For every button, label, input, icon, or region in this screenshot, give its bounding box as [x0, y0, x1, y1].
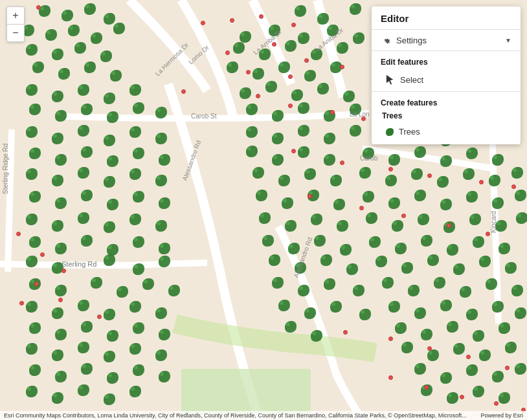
tree	[298, 146, 309, 158]
tree	[317, 13, 329, 25]
tree	[337, 42, 348, 54]
tree	[81, 321, 93, 333]
tree	[129, 126, 141, 138]
feature-dot	[359, 206, 364, 210]
feature-dot	[424, 385, 429, 390]
feature-dot	[97, 315, 102, 319]
tree	[81, 235, 93, 247]
feature-dot	[201, 21, 205, 25]
tree	[104, 309, 115, 320]
tree	[282, 197, 293, 209]
tree	[453, 343, 465, 355]
tree	[346, 263, 358, 275]
tree	[427, 254, 439, 266]
tree	[26, 168, 38, 180]
tree	[414, 146, 426, 158]
tree	[52, 349, 63, 361]
tree	[511, 285, 523, 296]
feature-dot	[256, 94, 260, 98]
tree	[366, 212, 377, 224]
tree	[246, 126, 258, 138]
feature-dot	[304, 58, 309, 63]
tree	[29, 364, 41, 376]
tree	[363, 191, 374, 203]
tree	[463, 168, 475, 180]
tree	[515, 190, 526, 201]
tree	[52, 307, 63, 319]
tree	[350, 3, 361, 15]
tree	[447, 321, 458, 333]
tree	[278, 61, 290, 73]
tree	[155, 349, 167, 361]
tree	[52, 49, 63, 60]
tree	[486, 278, 497, 290]
tree	[440, 155, 452, 167]
tree	[353, 32, 364, 44]
tree	[473, 236, 484, 248]
zoom-out-button[interactable]: −	[7, 25, 24, 41]
tree	[55, 197, 67, 209]
tree	[142, 278, 154, 290]
settings-left: Settings	[381, 35, 427, 45]
feature-dot	[288, 104, 293, 108]
tree	[107, 111, 118, 123]
tree	[295, 262, 306, 274]
tree	[159, 256, 170, 267]
tree	[259, 212, 271, 224]
trees-item[interactable]: Trees	[381, 124, 511, 139]
feature-dot	[291, 23, 296, 27]
tree	[272, 154, 284, 166]
tree	[359, 167, 371, 179]
tree	[52, 220, 63, 232]
tree	[133, 263, 144, 275]
feature-dot	[246, 70, 251, 74]
tree	[382, 277, 394, 289]
tree	[298, 102, 309, 114]
feature-dot	[230, 18, 234, 23]
tree	[421, 329, 432, 340]
tree	[52, 392, 63, 404]
tree	[155, 307, 167, 319]
feature-dot	[62, 269, 66, 273]
tree	[240, 31, 251, 43]
feature-dot	[427, 173, 432, 178]
tree	[29, 191, 41, 203]
feature-dot	[388, 375, 393, 380]
tree	[84, 61, 96, 73]
tree	[440, 199, 452, 210]
select-row[interactable]: Select	[381, 72, 511, 87]
tree	[68, 25, 80, 36]
tree	[505, 262, 517, 274]
tree	[32, 61, 44, 73]
tree	[129, 84, 141, 96]
zoom-controls: + −	[6, 6, 25, 42]
tree	[492, 197, 504, 209]
tree	[26, 214, 38, 225]
tree	[26, 126, 38, 138]
tree	[58, 68, 70, 80]
tree	[291, 89, 303, 101]
feature-dot	[19, 301, 24, 305]
tree	[304, 168, 316, 180]
attribution-text-right: Powered by Esri	[480, 412, 523, 419]
tree	[298, 285, 309, 296]
tree	[252, 68, 264, 80]
tree	[515, 307, 526, 319]
tree	[107, 199, 118, 210]
settings-row[interactable]: Settings ▼	[372, 30, 521, 51]
feature-dot	[291, 149, 296, 153]
tree	[473, 330, 484, 342]
tree	[107, 330, 118, 342]
tree	[113, 23, 125, 34]
tree	[330, 175, 342, 186]
tree	[411, 168, 423, 180]
chevron-down-icon: ▼	[505, 37, 511, 44]
tree	[104, 393, 115, 405]
tree	[492, 154, 504, 166]
tree	[473, 386, 484, 397]
zoom-in-button[interactable]: +	[7, 7, 24, 24]
tree	[511, 167, 523, 179]
tree	[240, 87, 251, 99]
tree	[259, 49, 271, 60]
create-features-section: Create features Trees Trees	[372, 92, 521, 144]
